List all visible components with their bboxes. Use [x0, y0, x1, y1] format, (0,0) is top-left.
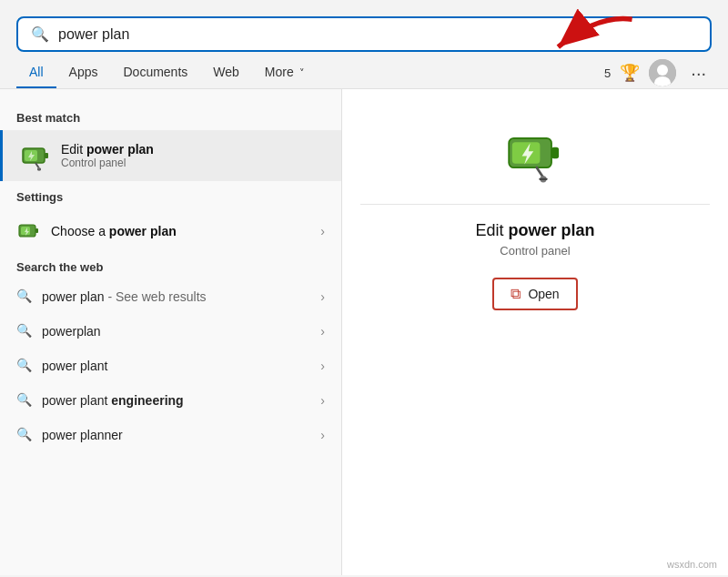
svg-rect-16 — [551, 147, 559, 159]
search-input[interactable] — [58, 26, 697, 43]
watermark: wsxdn.com — [667, 559, 717, 570]
svg-rect-12 — [35, 228, 38, 233]
open-button[interactable]: ⧉ Open — [492, 278, 577, 310]
tab-documents[interactable]: Documents — [110, 57, 200, 88]
chevron-down-icon: ˅ — [299, 67, 305, 78]
chevron-right-icon: › — [320, 359, 325, 373]
best-match-title: Edit power plan — [61, 142, 154, 157]
settings-item-title: Choose a power plan — [51, 224, 177, 238]
web-item-text-2: powerplan — [42, 324, 101, 339]
best-match-label: Best match — [0, 104, 341, 130]
web-item-text-3: power plant — [42, 359, 107, 373]
chevron-right-icon: › — [320, 289, 325, 304]
web-item-2[interactable]: 🔍 powerplan › — [0, 314, 341, 349]
left-panel: Best match Edit power p — [0, 89, 341, 575]
chevron-right-icon: › — [320, 428, 325, 442]
main-content: Best match Edit power p — [0, 89, 728, 575]
chevron-right-icon: › — [320, 393, 325, 408]
result-title: Edit power plan — [475, 221, 594, 240]
best-match-text: Edit power plan Control panel — [61, 142, 154, 169]
result-large-icon — [499, 116, 571, 189]
feedback-icon: 🏆 — [620, 63, 640, 83]
search-icon: 🔍 — [16, 323, 33, 339]
web-item-3[interactable]: 🔍 power plant › — [0, 349, 341, 383]
best-match-subtitle: Control panel — [61, 157, 154, 169]
web-item-4[interactable]: 🔍 power plant engineering › — [0, 383, 341, 418]
web-item-5[interactable]: 🔍 power planner › — [0, 418, 341, 452]
settings-label: Settings — [0, 183, 341, 209]
open-icon: ⧉ — [511, 286, 521, 302]
search-icon: 🔍 — [31, 25, 49, 43]
search-icon: 🔍 — [16, 427, 33, 443]
web-label: Search the web — [0, 253, 341, 279]
chevron-right-icon: › — [320, 224, 325, 238]
power-plan-icon — [19, 139, 52, 172]
avatar[interactable] — [649, 59, 676, 86]
tab-web[interactable]: Web — [200, 57, 252, 88]
right-panel: Edit power plan Control panel ⧉ Open — [341, 89, 728, 575]
search-icon: 🔍 — [16, 288, 33, 305]
divider — [360, 204, 710, 205]
best-match-item[interactable]: Edit power plan Control panel — [0, 130, 341, 181]
nav-tabs: All Apps Documents Web More ˅ 5 🏆 ··· — [0, 52, 728, 89]
result-subtitle: Control panel — [500, 244, 570, 258]
search-bar: 🔍 — [16, 16, 712, 52]
svg-rect-5 — [45, 153, 48, 158]
search-icon: 🔍 — [16, 392, 33, 409]
settings-item-power-plan[interactable]: Choose a power plan › — [0, 209, 341, 253]
svg-point-2 — [657, 65, 668, 76]
tab-all[interactable]: All — [16, 57, 56, 88]
chevron-right-icon: › — [320, 324, 325, 339]
web-item-text-1: power plan - See web results — [42, 289, 207, 304]
result-count-badge: 5 — [604, 66, 611, 80]
web-item-text-5: power planner — [42, 428, 123, 442]
nav-right: 5 🏆 ··· — [604, 59, 712, 86]
tab-more[interactable]: More ˅ — [252, 57, 318, 88]
tab-apps[interactable]: Apps — [56, 57, 111, 88]
settings-power-icon — [16, 218, 42, 244]
search-icon: 🔍 — [16, 358, 33, 374]
open-label: Open — [528, 287, 559, 301]
web-item-text-4: power plant engineering — [42, 393, 184, 408]
web-item-1[interactable]: 🔍 power plan - See web results › — [0, 279, 341, 314]
nav-more-button[interactable]: ··· — [685, 61, 712, 86]
